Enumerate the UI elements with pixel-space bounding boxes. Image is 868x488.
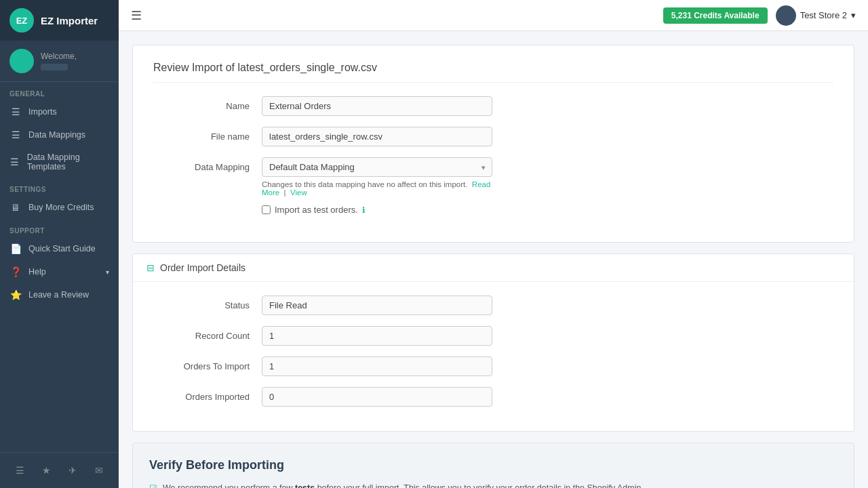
record-count-label: Record Count bbox=[153, 326, 262, 341]
data-mapping-select-wrapper: Default Data Mapping ▾ bbox=[262, 157, 492, 177]
view-link[interactable]: View bbox=[290, 188, 307, 197]
data-mapping-select[interactable]: Default Data Mapping bbox=[262, 157, 492, 177]
verify-check-1-icon: ☑ bbox=[149, 483, 157, 488]
orders-to-import-row: Orders To Import bbox=[153, 357, 833, 376]
sidebar-item-data-mapping-templates[interactable]: ☰ Data Mapping Templates bbox=[0, 146, 119, 178]
verify-section: Verify Before Importing ☑ We recommend y… bbox=[132, 443, 854, 488]
sidebar-item-imports[interactable]: ☰ Imports bbox=[0, 100, 119, 123]
filename-field bbox=[262, 127, 492, 146]
order-import-header: ⊟ Order Import Details bbox=[133, 254, 854, 282]
filename-label: File name bbox=[153, 127, 262, 142]
orders-to-import-input bbox=[262, 357, 492, 376]
filename-input[interactable] bbox=[262, 127, 492, 146]
content-area: Review Import of latest_orders_single_ro… bbox=[119, 31, 868, 488]
topbar-left: ☰ bbox=[131, 8, 142, 23]
hamburger-icon[interactable]: ☰ bbox=[131, 8, 142, 23]
data-mapping-templates-label: Data Mapping Templates bbox=[27, 152, 109, 171]
name-label: Name bbox=[153, 96, 262, 111]
orders-imported-row: Orders Imported bbox=[153, 387, 833, 407]
name-input[interactable] bbox=[262, 96, 492, 116]
welcome-text: Welcome, bbox=[41, 52, 77, 61]
username-placeholder bbox=[41, 64, 68, 70]
data-mappings-label: Data Mappings bbox=[28, 130, 85, 140]
support-section-label: SUPPORT bbox=[0, 219, 119, 237]
chevron-down-icon: ▾ bbox=[106, 268, 109, 276]
verify-title: Verify Before Importing bbox=[149, 458, 837, 472]
data-mapping-field: Default Data Mapping ▾ Changes to this d… bbox=[262, 157, 492, 215]
store-dropdown-arrow: ▾ bbox=[851, 10, 856, 20]
sidebar: EZ EZ Importer Welcome, GENERAL ☰ Import… bbox=[0, 0, 119, 488]
mapping-help-text: Changes to this data mapping have no aff… bbox=[262, 180, 492, 197]
order-import-title: Order Import Details bbox=[160, 262, 245, 273]
leave-review-icon: ⭐ bbox=[9, 289, 22, 300]
data-mapping-label: Data Mapping bbox=[153, 157, 262, 172]
sidebar-bottom-icons: ☰ ★ ✈ ✉ bbox=[0, 452, 119, 488]
order-import-body: Status Record Count Orders To Import bbox=[133, 282, 854, 431]
page-title: Review Import of latest_orders_single_ro… bbox=[153, 62, 833, 83]
buy-credits-icon: 🖥 bbox=[9, 202, 22, 213]
status-label: Status bbox=[153, 296, 262, 310]
welcome-block: Welcome, bbox=[41, 52, 77, 70]
quick-start-label: Quick Start Guide bbox=[28, 244, 96, 253]
name-field bbox=[262, 96, 492, 116]
import-test-checkbox[interactable] bbox=[262, 205, 271, 214]
topbar-right: 5,231 Credits Available Test Store 2 ▾ bbox=[663, 5, 856, 26]
quick-start-icon: 📄 bbox=[9, 243, 22, 254]
sidebar-item-data-mappings[interactable]: ☰ Data Mappings bbox=[0, 123, 119, 146]
import-test-row: Import as test orders. ℹ bbox=[262, 205, 492, 215]
bottom-icon-star[interactable]: ★ bbox=[37, 461, 56, 480]
status-field bbox=[262, 296, 492, 315]
verify-text-1: We recommend you perform a few tests bef… bbox=[163, 482, 644, 488]
imports-icon: ☰ bbox=[9, 106, 22, 117]
filename-row: File name bbox=[153, 127, 833, 146]
record-count-field bbox=[262, 326, 492, 346]
general-section-label: GENERAL bbox=[0, 82, 119, 100]
orders-imported-field bbox=[262, 387, 492, 407]
bottom-icon-mail[interactable]: ✉ bbox=[90, 461, 108, 480]
store-name: Test Store 2 bbox=[800, 10, 847, 20]
orders-to-import-label: Orders To Import bbox=[153, 357, 262, 371]
orders-imported-label: Orders Imported bbox=[153, 387, 262, 402]
status-input bbox=[262, 296, 492, 315]
avatar bbox=[9, 49, 34, 73]
sidebar-item-quick-start-guide[interactable]: 📄 Quick Start Guide bbox=[0, 237, 119, 260]
status-row: Status bbox=[153, 296, 833, 315]
main-area: ☰ 5,231 Credits Available Test Store 2 ▾… bbox=[119, 0, 868, 488]
data-mapping-row: Data Mapping Default Data Mapping ▾ Chan… bbox=[153, 157, 833, 215]
import-test-label[interactable]: Import as test orders. bbox=[275, 205, 358, 215]
settings-section-label: SETTINGS bbox=[0, 178, 119, 196]
record-count-input bbox=[262, 326, 492, 346]
orders-imported-input bbox=[262, 387, 492, 407]
store-avatar-icon bbox=[776, 5, 796, 26]
orders-to-import-field bbox=[262, 357, 492, 376]
sidebar-item-buy-more-credits[interactable]: 🖥 Buy More Credits bbox=[0, 196, 119, 219]
credits-badge[interactable]: 5,231 Credits Available bbox=[663, 7, 768, 24]
data-mappings-icon: ☰ bbox=[9, 129, 22, 140]
help-icon: ❓ bbox=[9, 266, 22, 277]
app-logo-initials: EZ bbox=[16, 16, 28, 26]
data-mapping-templates-icon: ☰ bbox=[9, 157, 20, 167]
review-card: Review Import of latest_orders_single_ro… bbox=[132, 45, 854, 243]
app-logo-icon[interactable]: EZ bbox=[9, 8, 34, 33]
app-title: EZ Importer bbox=[41, 15, 98, 26]
imports-label: Imports bbox=[28, 107, 57, 117]
name-row: Name bbox=[153, 96, 833, 116]
verify-item-1: ☑ We recommend you perform a few tests b… bbox=[149, 482, 837, 488]
help-label: Help bbox=[28, 267, 46, 277]
store-selector[interactable]: Test Store 2 ▾ bbox=[776, 5, 856, 26]
bottom-icon-send[interactable]: ✈ bbox=[63, 461, 82, 480]
order-import-icon: ⊟ bbox=[146, 262, 155, 273]
info-icon[interactable]: ℹ bbox=[362, 205, 366, 215]
topbar: ☰ 5,231 Credits Available Test Store 2 ▾ bbox=[119, 0, 868, 31]
bottom-icon-list[interactable]: ☰ bbox=[10, 461, 29, 480]
order-import-section: ⊟ Order Import Details Status Record Cou… bbox=[132, 253, 854, 432]
sidebar-header: EZ EZ Importer bbox=[0, 0, 119, 41]
record-count-row: Record Count bbox=[153, 326, 833, 346]
buy-credits-label: Buy More Credits bbox=[28, 203, 94, 212]
leave-review-label: Leave a Review bbox=[28, 290, 89, 300]
user-section: Welcome, bbox=[0, 41, 119, 82]
sidebar-item-leave-review[interactable]: ⭐ Leave a Review bbox=[0, 283, 119, 306]
sidebar-item-help[interactable]: ❓ Help ▾ bbox=[0, 260, 119, 283]
